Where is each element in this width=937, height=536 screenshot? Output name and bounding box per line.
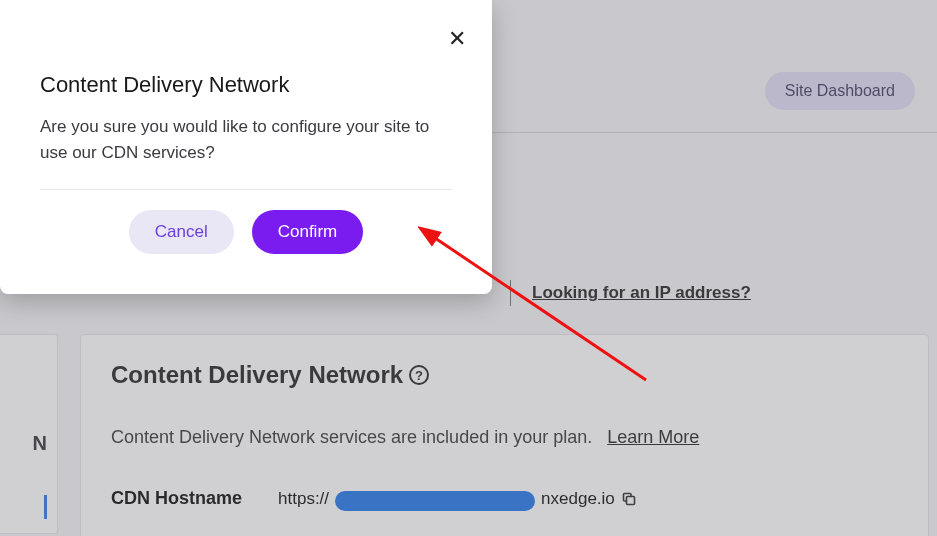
cancel-button[interactable]: Cancel — [129, 210, 234, 254]
confirm-button[interactable]: Confirm — [252, 210, 364, 254]
modal-body: Are you sure you would like to configure… — [40, 114, 452, 167]
modal-button-row: Cancel Confirm — [40, 210, 452, 254]
modal-title: Content Delivery Network — [40, 72, 452, 98]
confirm-modal: ✕ Content Delivery Network Are you sure … — [0, 0, 492, 294]
close-icon[interactable]: ✕ — [448, 28, 466, 50]
modal-divider — [40, 189, 452, 190]
